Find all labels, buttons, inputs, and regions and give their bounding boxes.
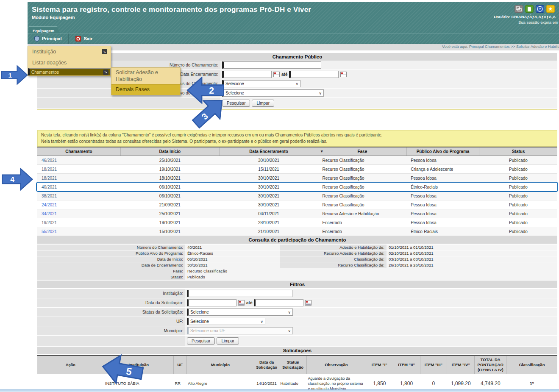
main-menubar: Principal Sair [28,33,559,44]
tab-label: Equipagem [33,28,54,33]
info-line-2: Nela também estão concentradas todas as … [41,139,553,145]
svg-text:4: 4 [10,175,14,184]
table-row: 34/202125/10/202104/11/2021Recurso Adesã… [37,209,557,218]
shield-icon [34,36,39,42]
chamamento-link[interactable]: 46/2021 [42,158,57,163]
col-item-3: ITEM "III" [420,356,447,374]
status-solicitacao-select[interactable]: Selecione∨ [187,309,293,316]
publico-alvo-select[interactable]: Selecione∨ [222,89,324,97]
data-solicitacao-label: Data da Solicitação: [37,298,185,307]
limpar-button[interactable]: Limpar [252,100,274,107]
menu-item-chamamentos[interactable]: Chamamentos ↘ [28,68,111,75]
chamamento-link[interactable]: 34/2021 [42,211,57,216]
info-box: Nesta tela, clicando no(s) link(s) da co… [37,130,557,147]
col-status-solicitacao: Status Solicitação [279,356,307,374]
document-icon[interactable] [525,5,534,13]
col-fase[interactable]: ▾Fase [318,147,407,156]
footer-bar [0,389,559,392]
screens-icon[interactable] [515,5,523,13]
col-publico-alvo[interactable]: Público Alvo do Programa [406,147,479,156]
chevron-down-icon: ∨ [288,329,291,333]
status-solicitacao-label: Status da Solicitação: [37,308,185,317]
status-chamamento-select[interactable]: Selecione∨ [222,80,300,87]
data-encerramento-de-input[interactable] [222,71,272,78]
detail-label: Recurso Adesão e Habilitação de: [280,250,387,256]
uf-select[interactable]: Selecione∨ [187,318,265,325]
filtros-pesquisar-button[interactable]: Pesquisar [187,337,215,345]
detail-value: Publicado [185,274,557,280]
numero-chamamento-input[interactable] [222,61,321,69]
calendar-icon[interactable] [238,300,245,306]
data-solicitacao-de-input[interactable] [187,299,236,306]
info-line-1: Nesta tela, clicando no(s) link(s) da co… [41,132,553,139]
menu-principal[interactable]: Principal [28,33,68,44]
col-status[interactable]: Status [479,147,557,156]
data-solicitacao-ate-input[interactable] [254,299,303,306]
submenu-arrow-icon: ↘ [102,49,107,54]
calendar-icon[interactable] [305,300,311,306]
submenu-arrow-icon: ↘ [103,70,108,75]
uf-value: Selecione [190,319,209,324]
detail-value: 02/10/2021 a 02/10/2021 [387,250,557,256]
sort-caret-icon[interactable]: ▾ [321,149,323,153]
detail-label: Adesão e Habilitação de: [280,245,387,250]
instituicao-input[interactable] [187,290,292,297]
chamamentos-table: Chamamento Data Início Data Encerramento… [37,147,557,236]
municipio-value: Selecione uma UF [190,328,225,333]
svg-text:1: 1 [8,72,12,79]
calendar-icon[interactable] [340,72,347,77]
col-data-encerramento[interactable]: Data Encerramento [219,147,318,156]
filtros-limpar-button[interactable]: Limpar [217,337,239,345]
menu-item-instituicao[interactable]: Instituição ↘ [28,46,111,57]
highlighted-row: 40/202106/10/202130/10/2021Recurso Class… [37,183,557,192]
menu-item-listar-doacoes[interactable]: Listar doações [28,57,111,68]
detail-value: 01/10/2021 a 01/10/2021 [387,245,557,250]
chamamento-link[interactable]: 55/2021 [42,229,57,234]
filtros-title: Filtros [37,281,557,288]
chamamento-link[interactable]: 18/2021 [42,176,57,181]
chamamento-link[interactable]: 18/2021 [42,167,57,172]
chevron-down-icon: ∨ [260,320,263,324]
col-data-inicio[interactable]: Data Início [120,147,219,156]
ate-label: até [281,72,287,77]
empty-label [37,336,185,346]
submenu-item-demais-fases[interactable]: Demais Fases [111,84,180,95]
col-chamamento[interactable]: Chamamento [37,147,120,156]
menu-item-label: Listar doações [32,60,67,66]
app-header: Sistema para registro, controle e monito… [28,2,559,44]
municipio-select: Selecione uma UF∨ [187,327,293,334]
module-subtitle: Módulo Equipagem [32,15,75,20]
chamamento-link[interactable]: 19/2021 [42,220,57,225]
filtros-section: Filtros Instituição: Data da Solicitação… [37,281,557,346]
detail-label: Data de Início: [37,256,185,262]
chamamento-link[interactable]: 40/2021 [42,185,57,189]
help-icon[interactable]: ? [536,5,544,13]
table-row: 19/202119/10/202128/10/2021EncerradoPess… [37,218,557,227]
col-data-solicitacao: Data da Solicitação [254,356,279,374]
uf-label: UF: [37,317,185,326]
detail-value: Recurso Classificação [185,268,557,274]
content-area: Chamamento Público Número do Chamamento:… [37,50,557,392]
chevron-down-icon: ∨ [288,310,291,314]
chamamento-link[interactable]: 24/2021 [42,203,57,207]
menu-item-label: Instituição [32,49,56,55]
detail-value: 06/10/2021 [185,256,280,262]
municipio-label: Município: [37,326,185,335]
calendar-icon[interactable] [273,72,280,77]
header-icon-bar: ? ★ [515,5,555,13]
table-row: 38/202106/10/202130/10/2021Recurso Class… [37,192,557,200]
menu-sair[interactable]: Sair [68,33,99,44]
status-solicitacao-value: Selecione [190,310,209,314]
col-item-2: ITEM "II" [393,356,420,374]
star-icon[interactable]: ★ [546,5,555,13]
nav-submenu: Solicitar Adesão e Habilitação Demais Fa… [111,67,181,95]
session-expiry-label: Sua sessão expira em [518,20,558,25]
table-row: 18/202118/10/202130/10/2021Recurso Class… [37,174,557,183]
chamamento-link[interactable]: 38/2021 [42,194,57,198]
chevron-down-icon: ∨ [295,82,298,86]
detail-label: Público Alvo do Programa: [37,250,185,256]
detail-label: Recurso Classificação de: [280,262,387,268]
col-observacao: Observação [307,356,366,374]
submenu-item-solicitar-adesao[interactable]: Solicitar Adesão e Habilitação [111,68,180,84]
data-encerramento-ate-input[interactable] [289,71,339,78]
